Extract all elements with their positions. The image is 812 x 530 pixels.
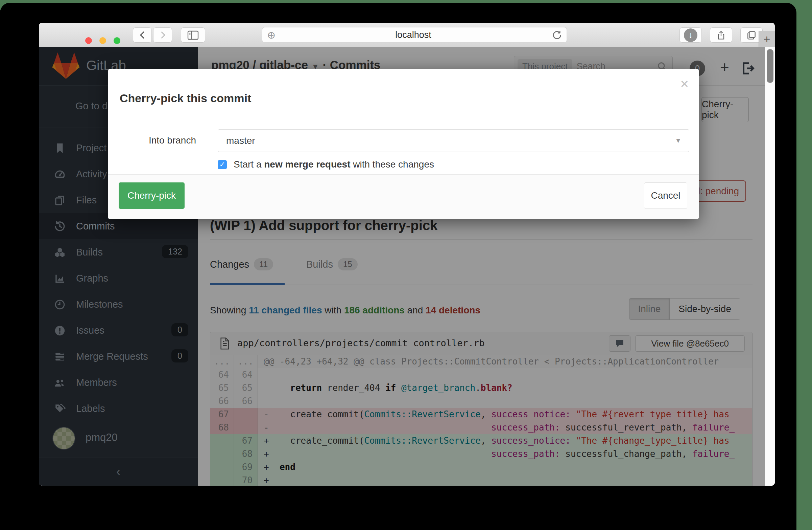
address-bar[interactable]: ⊕ localhost (262, 27, 567, 43)
modal-header: Cherry-pick this commit × (108, 69, 699, 117)
page-scrollbar[interactable] (765, 47, 775, 486)
sidebar-icon (187, 30, 199, 40)
merge-request-checkbox-label[interactable]: Start a new merge request with these cha… (234, 159, 434, 170)
close-window-button[interactable] (85, 37, 92, 44)
reader-icon[interactable]: ⊕ (267, 29, 276, 41)
modal-title: Cherry-pick this commit (120, 92, 251, 105)
branch-select-value: master (226, 135, 675, 146)
merge-request-checkbox-row: ✓ Start a new merge request with these c… (218, 159, 434, 170)
browser-titlebar: ⊕ localhost ↓ + (39, 23, 775, 47)
close-icon[interactable]: × (680, 77, 688, 91)
new-tab-button[interactable]: + (758, 31, 775, 47)
modal-footer: Cherry-pick Cancel (108, 174, 699, 219)
merge-request-checkbox[interactable]: ✓ (218, 160, 227, 169)
cherry-pick-modal: Cherry-pick this commit × Into branch ma… (108, 69, 699, 219)
reload-icon[interactable] (551, 29, 563, 41)
browser-window: ⊕ localhost ↓ + (39, 23, 775, 486)
cherry-pick-confirm-button[interactable]: Cherry-pick (119, 182, 185, 209)
scrollbar-thumb[interactable] (767, 49, 773, 83)
share-button[interactable] (710, 27, 732, 43)
sidebar-toggle-button[interactable] (181, 27, 205, 43)
branch-select[interactable]: master ▼ (218, 129, 689, 152)
url-text: localhost (276, 30, 551, 40)
share-icon (716, 29, 726, 41)
tabs-icon (746, 30, 757, 41)
minimize-window-button[interactable] (99, 37, 106, 44)
forward-icon (158, 31, 165, 39)
zoom-window-button[interactable] (114, 37, 120, 44)
select-caret-icon: ▼ (675, 137, 682, 144)
cancel-button[interactable]: Cancel (644, 182, 687, 209)
forward-button[interactable] (153, 27, 172, 43)
back-button[interactable] (133, 27, 152, 43)
into-branch-label: Into branch (108, 135, 196, 146)
downloads-button[interactable]: ↓ (680, 27, 702, 43)
back-icon (140, 31, 147, 39)
download-icon: ↓ (684, 28, 697, 42)
